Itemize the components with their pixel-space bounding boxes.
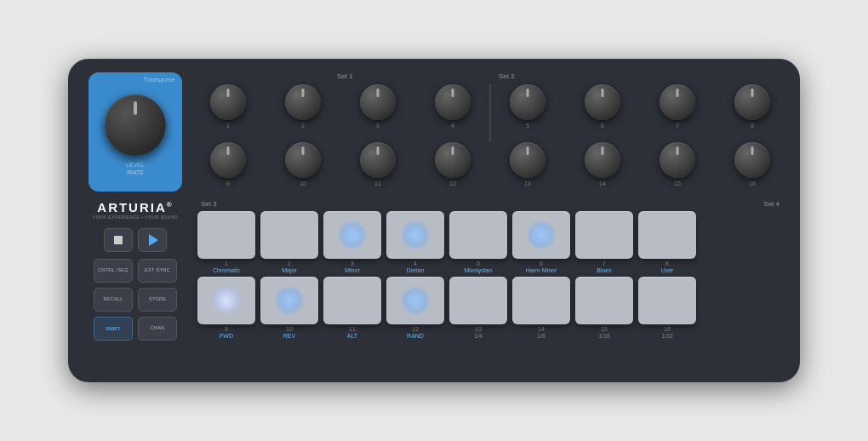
left-panel: Transpose LEVEL/RATE ARTURIA® YOUR EXPER…	[80, 72, 191, 369]
pad-6[interactable]	[512, 211, 570, 259]
pad-11-label: ALT	[347, 333, 357, 339]
pad-1-num: 1	[225, 261, 228, 266]
knob-12[interactable]	[435, 142, 471, 178]
store-button[interactable]: STORE	[138, 288, 177, 312]
pad-item-5: 5 Mixolydian	[449, 211, 507, 273]
pad-5-num: 5	[477, 261, 480, 266]
knob-6[interactable]	[585, 84, 620, 120]
pad-16-label: 1/32	[661, 333, 673, 339]
pad-item-6: 6 Harm Minor	[512, 211, 570, 273]
pad-3-num: 3	[351, 261, 354, 266]
pad-7[interactable]	[575, 211, 633, 259]
ctrl-seq-button[interactable]: CNTRL /SEQ	[94, 259, 133, 283]
knob-3[interactable]	[360, 84, 396, 120]
pad-item-15: 15 1/16	[575, 277, 633, 339]
knob-11[interactable]	[360, 142, 396, 178]
pad-item-9: 9 FWD	[197, 277, 255, 339]
knob-7-num: 7	[676, 123, 679, 129]
pad-11-num: 11	[349, 326, 356, 332]
pad-6-num: 6	[540, 261, 543, 266]
pad-9-label: FWD	[220, 333, 233, 339]
ext-sync-label: EXT SYNC	[145, 267, 170, 273]
knob-4[interactable]	[435, 84, 471, 120]
pad-7-num: 7	[602, 261, 606, 266]
stop-icon	[114, 236, 123, 244]
pad-10-label: REV	[283, 333, 295, 339]
knob-10[interactable]	[285, 142, 321, 178]
big-knob[interactable]	[105, 94, 166, 156]
pad-5[interactable]	[449, 211, 507, 259]
knob-12-num: 12	[449, 180, 456, 186]
pad-6-label: Harm Minor	[526, 267, 557, 273]
ext-sync-button[interactable]: EXT SYNC	[138, 259, 177, 283]
knob-8[interactable]	[734, 84, 770, 120]
pad-11[interactable]	[323, 277, 381, 324]
knob-item-1: 1	[197, 84, 259, 129]
knob-3-num: 3	[376, 123, 380, 129]
pad-14-label: 1/8	[537, 333, 545, 339]
recall-button[interactable]: RECALL	[94, 288, 133, 312]
knob-14[interactable]	[585, 142, 620, 178]
pad-3[interactable]	[323, 211, 381, 259]
pad-1[interactable]	[197, 211, 255, 259]
main-area: Set 1 Set 2 1 2 3 4	[197, 72, 783, 369]
pad-1-label: Chromatic	[213, 267, 240, 273]
knob-item-15: 15	[647, 142, 708, 186]
set3-label: Set 3	[201, 200, 217, 208]
chan-label: CHAN	[151, 325, 165, 331]
knob-2[interactable]	[285, 84, 321, 120]
knob-9[interactable]	[210, 142, 246, 178]
ctrl-row: CNTRL /SEQ EXT SYNC	[94, 259, 177, 283]
play-button[interactable]	[138, 228, 167, 252]
knob-16[interactable]	[734, 142, 770, 178]
knob-1[interactable]	[210, 84, 246, 120]
knobs-bottom-row: 9 10 11 12 13	[197, 142, 783, 186]
pad-item-11: 11 ALT	[323, 277, 381, 339]
pad-15[interactable]	[575, 277, 633, 324]
pad-item-10: 10 REV	[260, 277, 318, 339]
pad-14-num: 14	[538, 326, 545, 332]
shift-label: SHIFT	[106, 326, 120, 331]
knob-item-2: 2	[272, 84, 334, 129]
knob-5[interactable]	[510, 84, 545, 120]
pad-12-num: 12	[412, 326, 419, 332]
pad-item-1: 1 Chromatic	[197, 211, 255, 273]
recall-label: RECALL	[103, 296, 123, 302]
shift-button[interactable]: SHIFT	[94, 317, 133, 341]
knob-7[interactable]	[660, 84, 695, 120]
arturia-logo: ARTURIA® YOUR EXPERIENCE • YOUR SOUND	[93, 200, 178, 220]
pad-8[interactable]	[638, 211, 696, 259]
pad-4[interactable]	[386, 211, 444, 259]
pad-9[interactable]	[197, 277, 255, 324]
pad-item-8: 8 User	[638, 211, 696, 273]
pad-item-13: 13 1/4	[449, 277, 507, 339]
chan-button[interactable]: CHAN	[138, 317, 177, 341]
pad-14[interactable]	[512, 277, 570, 324]
pad-2[interactable]	[260, 211, 318, 259]
pad-3-label: Minor	[345, 267, 360, 273]
knobs-section: Set 1 Set 2 1 2 3 4	[197, 72, 783, 200]
pad-item-4: 4 Dorian	[386, 211, 444, 273]
knob-16-num: 16	[749, 180, 756, 186]
pad-13[interactable]	[449, 277, 507, 324]
pad-12[interactable]	[386, 277, 444, 324]
stop-button[interactable]	[104, 228, 133, 252]
pad-item-3: 3 Minor	[323, 211, 381, 273]
pad-13-num: 13	[475, 326, 482, 332]
knob-item-8: 8	[722, 84, 783, 129]
pad-4-label: Dorian	[407, 267, 425, 273]
ctrl-seq-label: CNTRL /SEQ	[98, 267, 128, 273]
knob-15[interactable]	[660, 142, 695, 178]
knob-item-7: 7	[647, 84, 708, 129]
pad-16[interactable]	[638, 277, 696, 324]
knob-4-num: 4	[451, 123, 454, 129]
shift-chan-row: SHIFT CHAN	[94, 317, 177, 341]
pad-10[interactable]	[260, 277, 318, 324]
recall-store-row: RECALL STORE	[94, 288, 177, 312]
pads-section: Set 3 Set 4 1 Chromatic 2 Major 3	[197, 200, 783, 369]
knob-8-num: 8	[751, 123, 754, 129]
store-label: STORE	[149, 296, 166, 302]
level-rate-label: LEVEL/RATE	[126, 161, 145, 176]
pad-15-label: 1/16	[598, 333, 610, 339]
knob-13[interactable]	[510, 142, 545, 178]
